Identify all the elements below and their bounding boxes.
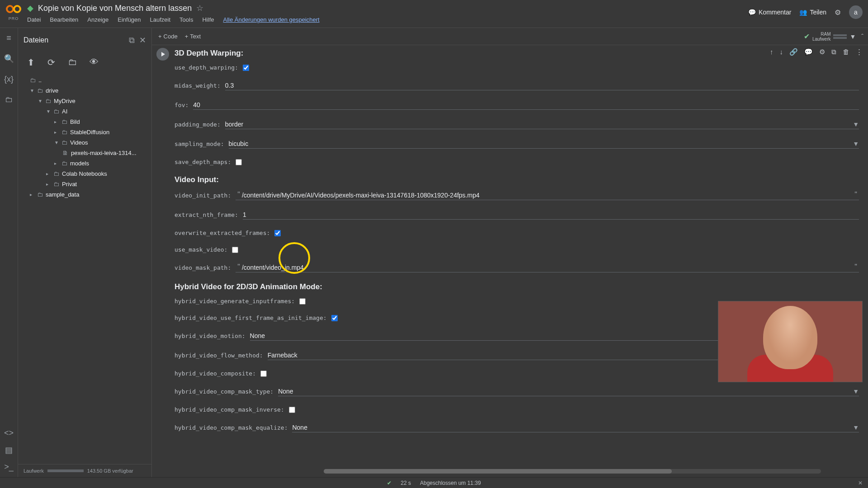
label-hybrid-generate-inputframes: hybrid_video_generate_inputframes: <box>175 298 299 305</box>
drive-icon: ◆ <box>27 3 33 13</box>
comment-button[interactable]: 💬Kommentar <box>748 9 791 16</box>
menu-bar: Datei Bearbeiten Anzeige Einfügen Laufze… <box>27 16 748 23</box>
status-time: 22 s <box>401 480 411 486</box>
tree-parent[interactable]: 🗀.. <box>22 75 148 85</box>
logo-area: PRO <box>5 3 22 21</box>
star-icon[interactable]: ☆ <box>196 3 203 13</box>
upload-icon[interactable]: ⬆ <box>27 57 35 68</box>
checkbox-save-depth-maps[interactable] <box>236 159 242 165</box>
label-hybrid-flow-method: hybrid_video_flow_method: <box>175 352 268 359</box>
checkbox-hybrid-generate-inputframes[interactable] <box>299 298 306 305</box>
run-cell-button[interactable] <box>156 48 169 61</box>
variables-icon[interactable]: {x} <box>4 75 14 84</box>
label-padding-mode: padding_mode: <box>175 121 225 128</box>
select-sampling-mode[interactable]: bicubic▼ <box>229 139 859 149</box>
toc-icon[interactable]: ≡ <box>6 33 11 43</box>
search-icon[interactable]: 🔍 <box>4 54 14 64</box>
comment-cell-icon[interactable]: 💬 <box>804 48 813 56</box>
menu-laufzeit[interactable]: Laufzeit <box>150 16 171 23</box>
menu-anzeige[interactable]: Anzeige <box>87 16 108 23</box>
checkbox-use-mask-video[interactable] <box>232 247 238 253</box>
mount-drive-icon[interactable]: 🗀 <box>68 57 77 68</box>
more-icon[interactable]: ⋮ <box>856 48 863 56</box>
code-snippets-icon[interactable]: <> <box>4 428 14 438</box>
save-status[interactable]: Alle Änderungen wurden gespeichert <box>223 16 319 23</box>
add-code-button[interactable]: +Code <box>158 33 178 40</box>
hide-icon[interactable]: 👁 <box>90 57 99 68</box>
tree-mydrive[interactable]: ▼🗀MyDrive <box>22 96 148 106</box>
tree-ai[interactable]: ▼🗀AI <box>22 106 148 117</box>
document-title[interactable]: Kopie von Kopie von Mensch altern lassen <box>38 4 192 13</box>
label-fov: fov: <box>175 102 193 108</box>
chevron-up-icon[interactable]: ˆ <box>861 33 863 40</box>
close-icon[interactable]: ✕ <box>139 35 146 45</box>
move-up-icon[interactable]: ↑ <box>770 48 774 56</box>
files-title: Dateien <box>24 36 124 44</box>
webcam-overlay[interactable] <box>718 301 863 382</box>
file-tree: 🗀.. ▼🗀drive ▼🗀MyDrive ▼🗀AI ▸🗀Bild ▸🗀Stab… <box>18 72 151 464</box>
label-video-mask-path: video_mask_path: <box>175 264 236 271</box>
tree-privat[interactable]: ▸🗀Privat <box>22 179 148 189</box>
command-palette-icon[interactable]: ▤ <box>5 445 13 455</box>
tree-bild[interactable]: ▸🗀Bild <box>22 117 148 127</box>
comment-icon: 💬 <box>748 9 756 16</box>
delete-icon[interactable]: 🗑 <box>843 48 849 56</box>
select-hybrid-comp-mask-type[interactable]: None▼ <box>278 387 859 396</box>
tree-video-file[interactable]: 🗎pexels-maxi-leiva-1314... <box>22 148 148 158</box>
tree-colab[interactable]: ▸🗀Colab Notebooks <box>22 169 148 179</box>
input-video-mask-path[interactable] <box>242 263 853 272</box>
label-video-init-path: video_init_path: <box>175 192 236 199</box>
settings-icon[interactable]: ⚙ <box>835 8 841 17</box>
input-fov[interactable] <box>193 100 859 110</box>
tree-models[interactable]: ▸🗀models <box>22 158 148 169</box>
new-window-icon[interactable]: ⧉ <box>129 36 135 45</box>
mirror-icon[interactable]: ⧉ <box>831 48 836 56</box>
menu-einfuegen[interactable]: Einfügen <box>118 16 141 23</box>
colab-logo-icon <box>5 3 22 15</box>
label-hybrid-comp-mask-type: hybrid_video_comp_mask_type: <box>175 388 278 395</box>
select-padding-mode[interactable]: border▼ <box>225 120 859 129</box>
checkbox-use-depth-warping[interactable] <box>243 65 249 71</box>
svg-point-1 <box>14 6 20 12</box>
tree-sd[interactable]: ▸🗀StableDiffusion <box>22 127 148 137</box>
status-close-icon[interactable]: ✕ <box>858 480 863 486</box>
avatar[interactable]: a <box>849 5 863 19</box>
refresh-icon[interactable]: ⟳ <box>47 57 55 68</box>
checkbox-hybrid-composite[interactable] <box>260 371 267 377</box>
check-icon: ✔ <box>804 32 810 41</box>
files-icon[interactable]: 🗀 <box>5 95 13 104</box>
label-use-depth-warping: use_depth_warping: <box>175 64 243 71</box>
section-video-input: Video Input: <box>175 175 859 184</box>
checkbox-hybrid-first-frame-init[interactable] <box>331 315 338 321</box>
cell-settings-icon[interactable]: ⚙ <box>819 48 825 56</box>
menu-tools[interactable]: Tools <box>179 16 193 23</box>
label-extract-nth-frame: extract_nth_frame: <box>175 211 243 218</box>
share-button[interactable]: 👥Teilen <box>799 9 826 16</box>
section-depth: 3D Depth Warping: <box>175 49 859 58</box>
checkbox-overwrite-extracted-frames[interactable] <box>274 230 281 236</box>
dropdown-icon[interactable]: ▼ <box>849 33 856 40</box>
menu-hilfe[interactable]: Hilfe <box>202 16 214 23</box>
label-sampling-mode: sampling_mode: <box>175 141 229 147</box>
tree-drive[interactable]: ▼🗀drive <box>22 85 148 96</box>
terminal-icon[interactable]: >_ <box>4 462 14 472</box>
share-icon: 👥 <box>799 9 807 16</box>
link-icon[interactable]: 🔗 <box>789 48 798 56</box>
menu-datei[interactable]: Datei <box>27 16 41 23</box>
resource-indicator[interactable]: ✔ RAMLaufwerk ▼ <box>804 32 856 42</box>
horizontal-scrollbar[interactable] <box>324 469 821 474</box>
input-midas-weight[interactable] <box>225 81 859 90</box>
move-down-icon[interactable]: ↓ <box>780 48 783 56</box>
checkbox-hybrid-comp-mask-inverse[interactable] <box>289 407 295 413</box>
label-hybrid-first-frame-init: hybrid_video_use_first_frame_as_init_ima… <box>175 314 331 321</box>
input-video-init-path[interactable] <box>242 191 853 200</box>
select-hybrid-comp-mask-equalize[interactable]: None▼ <box>292 423 859 432</box>
chevron-down-icon: ▼ <box>853 424 859 431</box>
left-rail: ≡ 🔍 {x} 🗀 <> ▤ >_ <box>0 28 18 477</box>
tree-videos[interactable]: ▼🗀Videos <box>22 137 148 148</box>
label-save-depth-maps: save_depth_maps: <box>175 159 236 165</box>
menu-bearbeiten[interactable]: Bearbeiten <box>50 16 78 23</box>
add-text-button[interactable]: +Text <box>185 33 201 40</box>
tree-sample[interactable]: ▸🗀sample_data <box>22 189 148 200</box>
input-extract-nth-frame[interactable] <box>243 210 859 220</box>
